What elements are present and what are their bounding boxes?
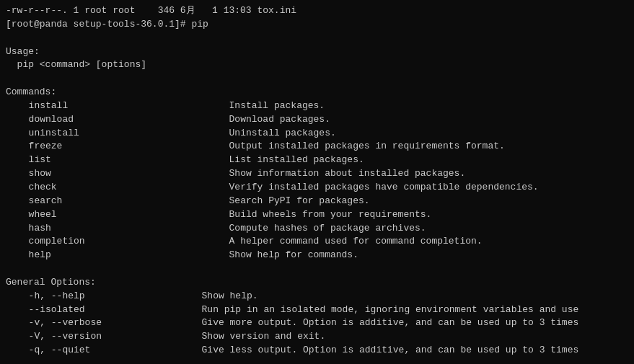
option-row: -V, --versionShow version and exit. [6, 330, 628, 344]
command-desc: Verify installed packages have compatibl… [229, 181, 628, 195]
command-desc: Download packages. [229, 113, 628, 127]
command-desc: Output installed packages in requirement… [229, 140, 628, 154]
blank-3 [6, 262, 628, 276]
usage-header: Usage: [6, 45, 628, 59]
command-name: download [6, 113, 229, 127]
command-row: uninstallUninstall packages. [6, 127, 628, 141]
command-name: help [6, 249, 229, 262]
command-desc: List installed packages. [229, 154, 628, 167]
option-desc: Give more output. Option is additive, an… [202, 316, 628, 330]
option-name: -V, --version [6, 330, 202, 344]
option-desc: Show version and exit. [202, 330, 628, 344]
command-desc: Build wheels from your requirements. [229, 208, 628, 222]
command-row: showShow information about installed pac… [6, 167, 628, 181]
option-name: -v, --verbose [6, 316, 202, 330]
command-name: check [6, 181, 229, 195]
command-row: listList installed packages. [6, 154, 628, 167]
command-row: helpShow help for commands. [6, 249, 628, 262]
option-desc: Show help. [202, 290, 628, 303]
options-table: -h, --helpShow help. --isolatedRun pip i… [6, 290, 628, 360]
prompt-line: [root@panda setup-tools-36.0.1]# pip [6, 18, 628, 32]
usage-body: pip <command> [options] [6, 58, 628, 72]
command-desc: Uninstall packages. [229, 127, 628, 141]
option-row: --log <path>Path to a verbose appending … [6, 358, 628, 360]
option-row: -v, --verboseGive more output. Option is… [6, 316, 628, 330]
terminal: -rw-r--r--. 1 root root 346 6月 1 13:03 t… [6, 4, 628, 360]
option-desc: Path to a verbose appending log. [202, 358, 628, 360]
command-desc: Compute hashes of package archives. [229, 222, 628, 236]
command-name: freeze [6, 140, 229, 154]
command-name: completion [6, 235, 229, 249]
blank-1 [6, 32, 628, 45]
command-name: list [6, 154, 229, 167]
command-name: hash [6, 222, 229, 236]
option-name: --isolated [6, 303, 202, 317]
option-row: --isolatedRun pip in an isolated mode, i… [6, 303, 628, 317]
command-row: searchSearch PyPI for packages. [6, 195, 628, 208]
command-name: install [6, 99, 229, 113]
command-row: completionA helper command used for comm… [6, 235, 628, 249]
command-name: show [6, 167, 229, 181]
general-header: General Options: [6, 276, 628, 290]
option-desc: Give less output. Option is additive, an… [202, 344, 628, 358]
command-desc: Search PyPI for packages. [229, 195, 628, 208]
option-name: --log <path> [6, 358, 202, 360]
command-row: checkVerify installed packages have comp… [6, 181, 628, 195]
command-row: downloadDownload packages. [6, 113, 628, 127]
command-desc: A helper command used for command comple… [229, 235, 628, 249]
option-row: -h, --helpShow help. [6, 290, 628, 303]
command-row: installInstall packages. [6, 99, 628, 113]
header-line: -rw-r--r--. 1 root root 346 6月 1 13:03 t… [6, 4, 628, 18]
command-row: freezeOutput installed packages in requi… [6, 140, 628, 154]
option-row: -q, --quietGive less output. Option is a… [6, 344, 628, 358]
command-name: uninstall [6, 127, 229, 141]
command-desc: Install packages. [229, 99, 628, 113]
command-name: search [6, 195, 229, 208]
commands-table: installInstall packages. downloadDownloa… [6, 99, 628, 262]
command-desc: Show information about installed package… [229, 167, 628, 181]
option-desc: Run pip in an isolated mode, ignoring en… [202, 303, 628, 317]
command-row: hashCompute hashes of package archives. [6, 222, 628, 236]
option-name: -h, --help [6, 290, 202, 303]
commands-header: Commands: [6, 86, 628, 99]
command-row: wheelBuild wheels from your requirements… [6, 208, 628, 222]
blank-2 [6, 72, 628, 86]
option-name: -q, --quiet [6, 344, 202, 358]
command-desc: Show help for commands. [229, 249, 628, 262]
command-name: wheel [6, 208, 229, 222]
